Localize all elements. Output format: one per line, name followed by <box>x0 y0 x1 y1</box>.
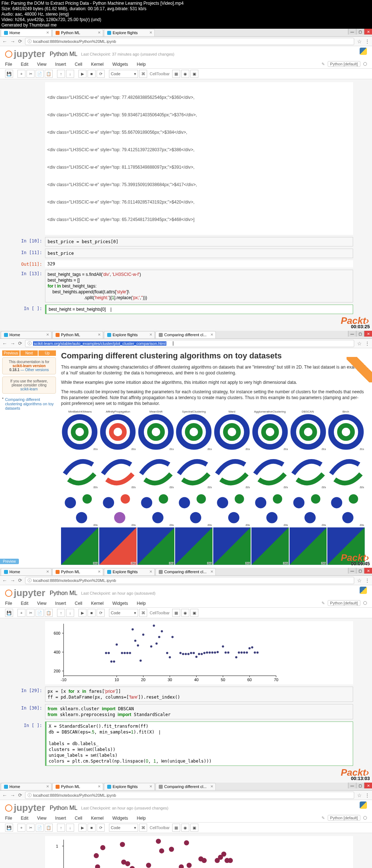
kernel-name[interactable]: Python [default] <box>328 815 360 821</box>
menu-icon[interactable]: ⋮ <box>365 792 370 798</box>
cite-link[interactable]: scikit-learn <box>5 387 53 391</box>
menu-kernel[interactable]: Kernel <box>91 816 104 821</box>
add-cell-button[interactable]: + <box>17 70 25 78</box>
menu-widgets[interactable]: Widgets <box>112 62 128 67</box>
minimize-button[interactable]: — <box>348 29 356 35</box>
tab-comparing[interactable]: Comparing different cl...✕ <box>155 783 216 790</box>
code-body[interactable]: X = StandardScaler().fit_transform(ff) d… <box>45 722 353 766</box>
bookmark-icon[interactable]: ☆ <box>357 792 362 798</box>
notebook-title[interactable]: Python ML <box>50 805 77 811</box>
tab-comparing[interactable]: Comparing different cl...✕ <box>155 331 216 338</box>
menu-icon[interactable]: ⋮ <box>365 341 370 346</box>
forward-button[interactable]: → <box>10 39 15 44</box>
url-input[interactable]: ilocalhost:8889/notebooks/Python%20ML.ip… <box>25 38 354 45</box>
tab-home[interactable]: Home✕ <box>1 29 52 36</box>
cell-type-select[interactable]: Code▾ <box>109 70 138 78</box>
other-versions-link[interactable]: — Other versions <box>20 368 49 372</box>
notebook-title[interactable]: Python ML <box>50 590 77 596</box>
present-button[interactable]: ◉ <box>181 824 189 832</box>
menu-view[interactable]: View <box>37 601 46 606</box>
code-body[interactable]: from sklearn.cluster import DBSCAN from … <box>45 704 353 719</box>
kernel-name[interactable]: Python [default] <box>328 600 360 606</box>
maximize-button[interactable]: ▢ <box>356 331 364 337</box>
cut-button[interactable]: ✂ <box>27 609 35 617</box>
menu-insert[interactable]: Insert <box>55 601 66 606</box>
reload-button[interactable]: ⟳ <box>18 578 22 583</box>
celltoolbar-button[interactable]: ▦ <box>172 70 180 78</box>
stop-button[interactable]: ■ <box>88 70 96 78</box>
code-body[interactable]: best_height = best_heights[0] <box>45 305 353 314</box>
url-input[interactable]: ilocalhost:8889/notebooks/Python%20ML.ip… <box>25 577 354 584</box>
menu-edit[interactable]: Edit <box>21 816 28 821</box>
menu-cell[interactable]: Cell <box>75 62 82 67</box>
menu-icon[interactable]: ⋮ <box>365 39 370 44</box>
tab-flights[interactable]: Explore flights✕ <box>104 568 155 575</box>
save-button[interactable]: 💾 <box>5 609 13 617</box>
cut-button[interactable]: ✂ <box>27 70 35 78</box>
bookmark-icon[interactable]: ☆ <box>357 341 362 346</box>
maximize-button[interactable]: ▢ <box>356 783 364 788</box>
menu-icon[interactable]: ⋮ <box>365 578 370 583</box>
menu-widgets[interactable]: Widgets <box>112 601 128 606</box>
run-button[interactable]: ▶ <box>78 609 86 617</box>
present-button[interactable]: ◉ <box>181 609 189 617</box>
site-info-icon[interactable]: i <box>28 578 32 582</box>
celltoolbar-button[interactable]: ▦ <box>172 824 180 832</box>
copy-button[interactable]: 📄 <box>36 70 44 78</box>
menu-view[interactable]: View <box>37 816 46 821</box>
code-cell[interactable]: In [10]: best_price = best_prices[0] <box>19 237 353 246</box>
tab-pyml[interactable]: Python ML✕ <box>52 29 103 36</box>
reload-button[interactable]: ⟳ <box>18 792 22 798</box>
stop-button[interactable]: ■ <box>88 824 96 832</box>
menu-file[interactable]: File <box>5 62 12 67</box>
move-up-button[interactable]: ↑ <box>57 609 65 617</box>
close-icon[interactable]: ✕ <box>98 31 101 35</box>
menu-cell[interactable]: Cell <box>75 816 82 821</box>
command-palette-button[interactable]: ⌘ <box>139 824 147 832</box>
move-down-button[interactable]: ↓ <box>66 609 74 617</box>
edit-icon[interactable]: ✎ <box>322 62 325 67</box>
close-icon[interactable]: ✕ <box>98 333 101 337</box>
code-body[interactable]: best_height_tags = s.findAll('div', 'LH3… <box>45 270 353 302</box>
close-icon[interactable]: ✕ <box>46 784 49 788</box>
tab-home[interactable]: Home✕ <box>1 783 52 790</box>
add-cell-button[interactable]: + <box>17 824 25 832</box>
back-button[interactable]: ← <box>2 578 7 583</box>
jupyter-logo[interactable]: jupyter <box>5 587 45 599</box>
forward-button[interactable]: → <box>10 341 15 346</box>
fork-me-ribbon[interactable] <box>347 357 372 382</box>
minimize-button[interactable]: — <box>348 568 356 574</box>
back-button[interactable]: ← <box>2 341 7 346</box>
paste-button[interactable]: 📋 <box>45 70 53 78</box>
close-icon[interactable]: ✕ <box>149 31 152 35</box>
restart-button[interactable]: ⟳ <box>97 609 105 617</box>
close-button[interactable]: ✕ <box>364 568 372 574</box>
close-button[interactable]: ✕ <box>364 331 372 337</box>
nav-up[interactable]: Up <box>39 350 56 356</box>
command-palette-button[interactable]: ⌘ <box>139 609 147 617</box>
tab-pyml[interactable]: Python ML✕ <box>52 331 103 338</box>
forward-button[interactable]: → <box>10 578 15 583</box>
nav-next[interactable]: Next <box>20 350 38 356</box>
notebook-title[interactable]: Python ML <box>50 51 77 57</box>
minimize-button[interactable]: — <box>348 331 356 337</box>
code-cell[interactable]: In [30]: from sklearn.cluster import DBS… <box>19 704 353 719</box>
copy-button[interactable]: 📄 <box>36 609 44 617</box>
close-icon[interactable]: ✕ <box>149 570 152 574</box>
tab-pyml[interactable]: Python ML✕ <box>52 568 103 575</box>
cut-button[interactable]: ✂ <box>27 824 35 832</box>
kernel-name[interactable]: Python [default] <box>328 61 360 67</box>
site-info-icon[interactable]: i <box>28 793 32 797</box>
menu-view[interactable]: View <box>37 62 46 67</box>
save-button[interactable]: 💾 <box>5 824 13 832</box>
paste-button[interactable]: 📋 <box>45 824 53 832</box>
run-button[interactable]: ▶ <box>78 70 86 78</box>
close-icon[interactable]: ✕ <box>210 570 213 574</box>
menu-cell[interactable]: Cell <box>75 601 82 606</box>
reload-button[interactable]: ⟳ <box>18 39 22 44</box>
forward-button[interactable]: → <box>10 792 15 798</box>
code-cell-active[interactable]: In [ ]: X = StandardScaler().fit_transfo… <box>19 722 353 766</box>
close-icon[interactable]: ✕ <box>149 333 152 337</box>
tab-comparing[interactable]: Comparing different cl...✕ <box>155 568 216 575</box>
maximize-button[interactable]: ▢ <box>356 568 364 574</box>
